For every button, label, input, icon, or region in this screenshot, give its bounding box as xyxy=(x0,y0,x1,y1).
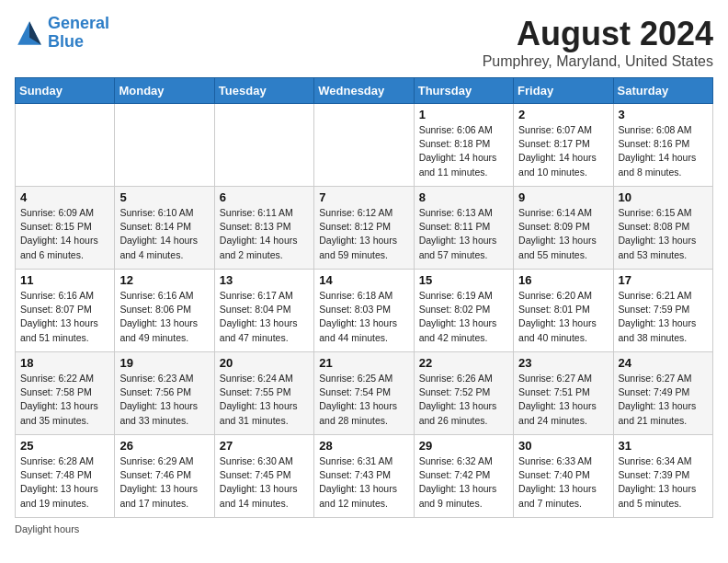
calendar-week-row: 18Sunrise: 6:22 AMSunset: 7:58 PMDayligh… xyxy=(16,352,713,435)
day-number: 19 xyxy=(119,356,209,370)
day-info: Sunrise: 6:08 AMSunset: 8:16 PMDaylight:… xyxy=(619,123,708,179)
day-number: 7 xyxy=(319,190,408,204)
calendar-week-row: 25Sunrise: 6:28 AMSunset: 7:48 PMDayligh… xyxy=(16,435,713,518)
calendar-cell: 3Sunrise: 6:08 AMSunset: 8:16 PMDaylight… xyxy=(613,104,712,187)
day-info: Sunrise: 6:22 AMSunset: 7:58 PMDaylight:… xyxy=(20,372,109,428)
day-info: Sunrise: 6:31 AMSunset: 7:43 PMDaylight:… xyxy=(319,454,408,511)
calendar-cell xyxy=(214,104,313,187)
day-info: Sunrise: 6:26 AMSunset: 7:52 PMDaylight:… xyxy=(419,372,508,428)
calendar-week-row: 1Sunrise: 6:06 AMSunset: 8:18 PMDaylight… xyxy=(16,104,713,187)
day-number: 18 xyxy=(20,356,109,370)
calendar-cell: 9Sunrise: 6:14 AMSunset: 8:09 PMDaylight… xyxy=(514,187,613,270)
calendar-cell: 4Sunrise: 6:09 AMSunset: 8:15 PMDaylight… xyxy=(16,187,115,270)
logo-icon xyxy=(15,18,44,48)
day-info: Sunrise: 6:06 AMSunset: 8:18 PMDaylight:… xyxy=(419,123,508,179)
day-number: 29 xyxy=(419,439,508,453)
day-info: Sunrise: 6:20 AMSunset: 8:01 PMDaylight:… xyxy=(518,289,608,345)
day-number: 9 xyxy=(518,190,608,204)
day-info: Sunrise: 6:19 AMSunset: 8:02 PMDaylight:… xyxy=(419,289,508,345)
day-number: 3 xyxy=(619,108,708,121)
calendar-cell: 11Sunrise: 6:16 AMSunset: 8:07 PMDayligh… xyxy=(16,270,115,352)
day-info: Sunrise: 6:13 AMSunset: 8:11 PMDaylight:… xyxy=(419,206,508,262)
day-number: 22 xyxy=(419,356,508,370)
logo-text: General Blue xyxy=(48,15,109,52)
calendar-cell: 12Sunrise: 6:16 AMSunset: 8:06 PMDayligh… xyxy=(115,270,214,352)
day-info: Sunrise: 6:14 AMSunset: 8:09 PMDaylight:… xyxy=(518,206,608,262)
calendar-cell xyxy=(16,104,115,187)
day-number: 25 xyxy=(20,439,109,453)
calendar-cell: 6Sunrise: 6:11 AMSunset: 8:13 PMDaylight… xyxy=(214,187,313,270)
day-info: Sunrise: 6:28 AMSunset: 7:48 PMDaylight:… xyxy=(20,454,109,511)
day-number: 2 xyxy=(518,108,608,121)
calendar-cell: 5Sunrise: 6:10 AMSunset: 8:14 PMDaylight… xyxy=(115,187,214,270)
day-info: Sunrise: 6:17 AMSunset: 8:04 PMDaylight:… xyxy=(220,289,309,345)
day-number: 14 xyxy=(319,273,408,287)
day-info: Sunrise: 6:18 AMSunset: 8:03 PMDaylight:… xyxy=(319,289,408,345)
calendar-cell xyxy=(115,104,214,187)
title-block: August 2024 Pumphrey, Maryland, United S… xyxy=(483,15,713,70)
calendar-week-row: 4Sunrise: 6:09 AMSunset: 8:15 PMDaylight… xyxy=(16,187,713,270)
calendar-cell: 23Sunrise: 6:27 AMSunset: 7:51 PMDayligh… xyxy=(514,352,613,435)
day-info: Sunrise: 6:29 AMSunset: 7:46 PMDaylight:… xyxy=(119,454,209,511)
calendar-cell: 1Sunrise: 6:06 AMSunset: 8:18 PMDaylight… xyxy=(414,104,513,187)
day-number: 6 xyxy=(220,190,309,204)
calendar-cell: 25Sunrise: 6:28 AMSunset: 7:48 PMDayligh… xyxy=(16,435,115,518)
column-header-wednesday: Wednesday xyxy=(314,78,414,104)
day-number: 28 xyxy=(319,439,408,453)
day-info: Sunrise: 6:24 AMSunset: 7:55 PMDaylight:… xyxy=(220,372,309,428)
day-number: 11 xyxy=(20,273,109,287)
calendar-cell: 18Sunrise: 6:22 AMSunset: 7:58 PMDayligh… xyxy=(16,352,115,435)
day-number: 1 xyxy=(419,108,508,121)
calendar-cell: 7Sunrise: 6:12 AMSunset: 8:12 PMDaylight… xyxy=(314,187,414,270)
day-info: Sunrise: 6:27 AMSunset: 7:49 PMDaylight:… xyxy=(619,372,708,428)
calendar-cell: 31Sunrise: 6:34 AMSunset: 7:39 PMDayligh… xyxy=(613,435,712,518)
day-number: 17 xyxy=(619,273,708,287)
day-info: Sunrise: 6:16 AMSunset: 8:06 PMDaylight:… xyxy=(119,289,209,345)
day-number: 27 xyxy=(220,439,309,453)
column-header-thursday: Thursday xyxy=(414,78,513,104)
column-header-tuesday: Tuesday xyxy=(214,78,313,104)
day-info: Sunrise: 6:25 AMSunset: 7:54 PMDaylight:… xyxy=(319,372,408,428)
day-info: Sunrise: 6:23 AMSunset: 7:56 PMDaylight:… xyxy=(119,372,209,428)
calendar-cell xyxy=(314,104,414,187)
calendar-cell: 14Sunrise: 6:18 AMSunset: 8:03 PMDayligh… xyxy=(314,270,414,352)
day-info: Sunrise: 6:21 AMSunset: 7:59 PMDaylight:… xyxy=(619,289,708,345)
day-number: 13 xyxy=(220,273,309,287)
calendar-cell: 28Sunrise: 6:31 AMSunset: 7:43 PMDayligh… xyxy=(314,435,414,518)
column-header-saturday: Saturday xyxy=(613,78,712,104)
day-number: 15 xyxy=(419,273,508,287)
calendar-cell: 10Sunrise: 6:15 AMSunset: 8:08 PMDayligh… xyxy=(613,187,712,270)
day-number: 16 xyxy=(518,273,608,287)
calendar-cell: 2Sunrise: 6:07 AMSunset: 8:17 PMDaylight… xyxy=(514,104,613,187)
month-year: August 2024 xyxy=(483,15,713,53)
day-number: 31 xyxy=(619,439,708,453)
logo: General Blue xyxy=(15,15,109,52)
calendar-cell: 8Sunrise: 6:13 AMSunset: 8:11 PMDaylight… xyxy=(414,187,513,270)
day-info: Sunrise: 6:12 AMSunset: 8:12 PMDaylight:… xyxy=(319,206,408,262)
calendar-cell: 16Sunrise: 6:20 AMSunset: 8:01 PMDayligh… xyxy=(514,270,613,352)
footer: Daylight hours xyxy=(15,523,713,534)
location: Pumphrey, Maryland, United States xyxy=(483,53,713,70)
calendar-cell: 20Sunrise: 6:24 AMSunset: 7:55 PMDayligh… xyxy=(214,352,313,435)
day-info: Sunrise: 6:11 AMSunset: 8:13 PMDaylight:… xyxy=(220,206,309,262)
day-number: 30 xyxy=(518,439,608,453)
calendar-cell: 22Sunrise: 6:26 AMSunset: 7:52 PMDayligh… xyxy=(414,352,513,435)
day-info: Sunrise: 6:16 AMSunset: 8:07 PMDaylight:… xyxy=(20,289,109,345)
calendar-cell: 27Sunrise: 6:30 AMSunset: 7:45 PMDayligh… xyxy=(214,435,313,518)
day-number: 5 xyxy=(119,190,209,204)
logo-general: General xyxy=(48,14,109,32)
day-info: Sunrise: 6:30 AMSunset: 7:45 PMDaylight:… xyxy=(220,454,309,511)
calendar-cell: 13Sunrise: 6:17 AMSunset: 8:04 PMDayligh… xyxy=(214,270,313,352)
day-number: 20 xyxy=(220,356,309,370)
calendar-cell: 17Sunrise: 6:21 AMSunset: 7:59 PMDayligh… xyxy=(613,270,712,352)
day-info: Sunrise: 6:15 AMSunset: 8:08 PMDaylight:… xyxy=(619,206,708,262)
day-number: 24 xyxy=(619,356,708,370)
day-info: Sunrise: 6:07 AMSunset: 8:17 PMDaylight:… xyxy=(518,123,608,179)
calendar-cell: 19Sunrise: 6:23 AMSunset: 7:56 PMDayligh… xyxy=(115,352,214,435)
day-info: Sunrise: 6:34 AMSunset: 7:39 PMDaylight:… xyxy=(619,454,708,511)
calendar-cell: 29Sunrise: 6:32 AMSunset: 7:42 PMDayligh… xyxy=(414,435,513,518)
day-info: Sunrise: 6:32 AMSunset: 7:42 PMDaylight:… xyxy=(419,454,508,511)
calendar-header-row: SundayMondayTuesdayWednesdayThursdayFrid… xyxy=(16,78,713,104)
calendar-cell: 21Sunrise: 6:25 AMSunset: 7:54 PMDayligh… xyxy=(314,352,414,435)
day-number: 21 xyxy=(319,356,408,370)
